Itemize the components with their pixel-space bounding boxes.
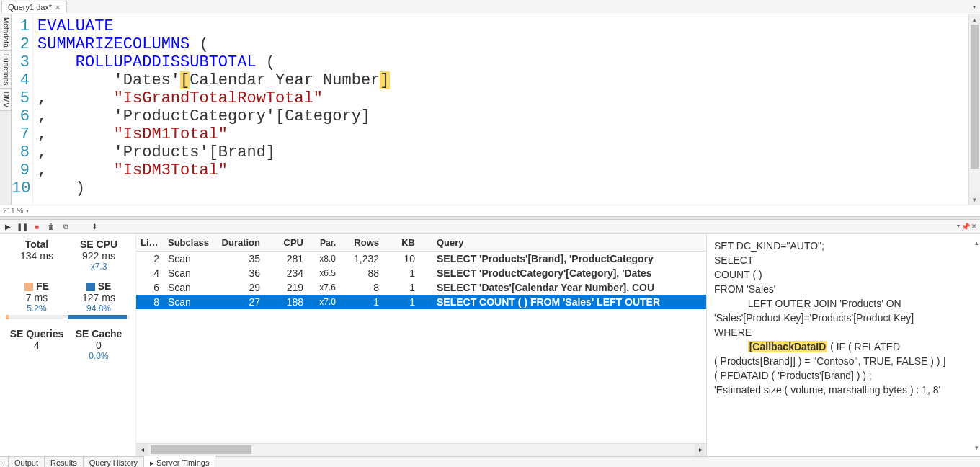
vertical-scrollbar[interactable]: ▴ ▾ [968,14,980,205]
detail-line: LEFT OUTER JOIN 'Products' ON [714,296,973,311]
se-cache-label: SE Cache [68,328,130,339]
table-row[interactable]: 2Scan35281x8.01,23210SELECT 'Products'[B… [136,252,706,266]
fe-pct: 5.2% [6,303,68,313]
scroll-thumb[interactable] [971,25,979,169]
detail-line: FROM 'Sales' [714,282,973,296]
col-line[interactable]: Line [136,236,164,249]
fe-bar [6,315,68,319]
se-value: 127 ms [68,292,130,303]
detail-line: [CallbackDataID ( IF ( RELATED [714,339,973,354]
hscroll-right-icon[interactable]: ▸ [695,444,706,456]
editor-row: Metadata Functions DMV 12345678910 EVALU… [0,14,980,205]
export-button[interactable]: ⬇ [89,222,99,232]
fe-color-swatch [24,283,33,291]
stats-panel: Total 134 ms SE CPU 922 ms x7.3 FE 7 ms … [0,234,135,456]
se-queries-value: 4 [6,339,68,351]
document-tab-title: Query1.dax* [8,3,52,12]
side-tabstrip: Metadata Functions DMV [0,14,12,205]
stop-button[interactable]: ■ [32,222,42,232]
col-subclass[interactable]: Subclass [164,236,215,249]
zoom-bar: 211 % ▾ [0,205,980,216]
detail-scroll-up-icon[interactable]: ▴ [975,236,979,250]
panel-menu-icon[interactable]: ▾ [957,223,960,231]
se-label: SE [68,280,130,292]
table-row[interactable]: 6Scan29219x7.681SELECT 'Dates'[Calendar … [136,280,706,295]
detail-line: ( PFDATAID ( 'Products'[Brand] ) ) ; [714,368,973,383]
tab-query-history[interactable]: Query History [84,457,144,467]
se-pct: 94.8% [68,303,130,313]
table-row[interactable]: 8Scan27188x7.011SELECT COUNT ( ) FROM 'S… [136,295,706,309]
document-tabstrip: Query1.dax* ✕ ▾ [0,0,980,14]
col-duration[interactable]: Duration [215,236,264,249]
copy-button[interactable]: ⧉ [61,222,71,232]
col-kb[interactable]: KB [383,236,419,249]
zoom-dropdown-icon[interactable]: ▾ [26,208,29,214]
line-gutter: 12345678910 [12,14,33,205]
se-cache-pct: 0.0% [68,351,130,361]
table-row[interactable]: 4Scan36234x6.5881SELECT 'ProductCategory… [136,266,706,280]
horizontal-scrollbar[interactable]: ◂ ▸ [136,443,706,456]
detail-line: 'Sales'[Product Key]='Products'[Product … [714,311,973,325]
hscroll-thumb[interactable] [151,445,251,454]
code-area[interactable]: EVALUATESUMMARIZECOLUMNS ( ROLLUPADDISSU… [33,14,980,205]
tab-server-timings[interactable]: ▸ Server Timings [144,456,215,467]
fe-label: FE [6,280,68,292]
col-cpu[interactable]: CPU [264,236,308,249]
tabstrip-menu-icon[interactable]: ▾ [973,4,976,10]
tabstrip-overflow: ▾ [973,4,976,10]
side-tab-dmv[interactable]: DMV [0,89,11,111]
col-rows[interactable]: Rows [340,236,383,249]
document-tab[interactable]: Query1.dax* ✕ [1,1,67,13]
side-tab-functions[interactable]: Functions [0,51,11,89]
timings-content: Total 134 ms SE CPU 922 ms x7.3 FE 7 ms … [0,234,980,456]
hscroll-left-icon[interactable]: ◂ [136,444,148,456]
timings-grid: Line Subclass Duration CPU Par. Rows KB … [135,234,706,456]
detail-line: WHERE [714,325,973,339]
scroll-up-icon[interactable]: ▴ [969,14,980,25]
timings-toolbar: ▶ ❚❚ ■ 🗑 ⧉ ⬇ ▾ 📌 ✕ [0,220,980,234]
total-label: Total [6,239,68,250]
secpu-factor: x7.3 [68,262,130,272]
tab-results[interactable]: Results [45,457,84,467]
side-tab-metadata[interactable]: Metadata [0,14,11,51]
results-tabstrip: ⋯ Output Results Query History ▸ Server … [0,456,980,467]
clear-button[interactable]: 🗑 [46,222,56,232]
grid-header: Line Subclass Duration CPU Par. Rows KB … [136,234,706,252]
se-cache-value: 0 [68,339,130,351]
detail-line: 'Estimated size ( volume, marshalling by… [714,383,973,397]
zoom-level[interactable]: 211 % [3,207,23,215]
detail-line: COUNT ( ) [714,267,973,282]
se-queries-label: SE Queries [6,328,68,339]
detail-line: SELECT [714,253,973,267]
close-icon[interactable]: ✕ [55,4,61,12]
tab-scroll-icon[interactable]: ⋯ [0,457,9,467]
detail-scroll-down-icon[interactable]: ▾ [975,440,979,455]
grid-body: 2Scan35281x8.01,23210SELECT 'Products'[B… [136,252,706,443]
pin-icon[interactable]: 📌 [961,223,970,231]
scroll-down-icon[interactable]: ▾ [969,195,980,205]
secpu-label: SE CPU [68,239,130,250]
tab-output[interactable]: Output [9,457,45,467]
col-par[interactable]: Par. [308,236,340,249]
callback-highlight: [CallbackDataID [748,341,828,352]
total-value: 134 ms [6,250,68,262]
text-caret [803,298,803,309]
se-color-swatch [86,283,95,291]
pause-button[interactable]: ❚❚ [17,222,27,232]
detail-line: SET DC_KIND="AUTO"; [714,239,973,253]
query-detail-panel: ▴ SET DC_KIND="AUTO"; SELECT COUNT ( ) F… [706,234,980,456]
detail-line: ( Products[Brand]] ) = "Contoso", TRUE, … [714,354,973,368]
fe-value: 7 ms [6,292,68,303]
panel-close-icon[interactable]: ✕ [971,223,977,231]
code-editor[interactable]: 12345678910 EVALUATESUMMARIZECOLUMNS ( R… [12,14,980,205]
col-gap [419,241,432,244]
se-bar [68,315,130,319]
col-query[interactable]: Query [432,236,706,249]
secpu-value: 922 ms [68,250,130,262]
play-button[interactable]: ▶ [3,222,13,232]
